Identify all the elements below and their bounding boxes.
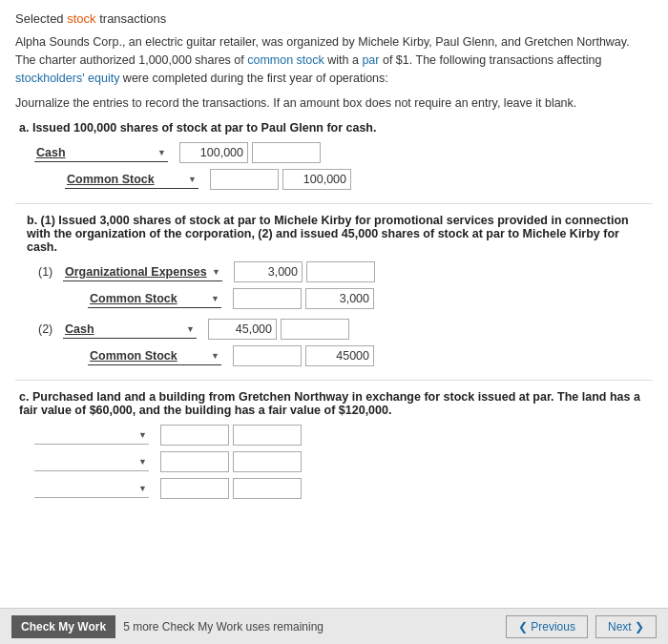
debit-input-a1[interactable]	[179, 142, 248, 163]
account-select-b2a[interactable]: Cash	[63, 321, 197, 339]
section-b-sub1: (1) Organizational Expenses ▼ Common Sto…	[27, 261, 653, 309]
account-select-c1[interactable]	[34, 426, 149, 445]
debit-input-b2a[interactable]	[208, 319, 277, 340]
account-select-a2[interactable]: Common Stock	[65, 171, 198, 189]
header-stock: stock	[67, 11, 95, 26]
remaining-text: 5 more Check My Work uses remaining	[123, 620, 324, 634]
journal-row-c1: ▼	[19, 425, 653, 446]
common-stock-link: common stock	[247, 53, 324, 67]
debit-input-b1b[interactable]	[233, 288, 302, 309]
credit-input-c2[interactable]	[233, 451, 302, 472]
par-link: par	[362, 53, 379, 67]
journal-row-b2a: (2) Cash ▼	[31, 319, 653, 340]
section-b-label: b. (1) Issued 3,000 shares of stock at p…	[27, 214, 653, 254]
debit-input-c3[interactable]	[160, 478, 229, 499]
credit-input-c1[interactable]	[233, 425, 302, 446]
nav-area: ❮ Previous Next ❯	[506, 615, 657, 638]
credit-input-b1b[interactable]	[305, 288, 374, 309]
credit-input-c3[interactable]	[233, 478, 302, 499]
debit-input-c2[interactable]	[160, 451, 229, 472]
account-select-wrapper-a1[interactable]: Cash ▼	[34, 144, 168, 162]
account-select-b1a[interactable]: Organizational Expenses	[63, 263, 222, 281]
section-b-sub2: (2) Cash ▼ Common Stock ▼	[27, 319, 653, 366]
account-select-wrapper-c2[interactable]: ▼	[34, 453, 149, 471]
section-c-label: c. Purchased land and a building from Gr…	[19, 390, 653, 417]
credit-input-b2b[interactable]	[305, 345, 374, 366]
account-select-wrapper-a2[interactable]: Common Stock ▼	[65, 171, 198, 189]
credit-input-b1a[interactable]	[306, 261, 375, 282]
section-a: a. Issued 100,000 shares of stock at par…	[15, 121, 653, 190]
credit-input-b2a[interactable]	[281, 319, 349, 340]
sub-label-2: (2)	[38, 322, 55, 336]
check-my-work-button[interactable]: Check My Work	[11, 615, 115, 638]
header-line: Selected stock transactions	[15, 11, 653, 26]
account-select-wrapper-b2b[interactable]: Common Stock ▼	[88, 347, 221, 365]
section-b: b. (1) Issued 3,000 shares of stock at p…	[15, 214, 653, 366]
journal-row-a1: Cash ▼	[19, 142, 653, 163]
credit-input-a2[interactable]	[282, 169, 351, 190]
account-select-wrapper-b1a[interactable]: Organizational Expenses ▼	[63, 263, 222, 281]
account-select-c3[interactable]	[34, 480, 149, 498]
bottom-left-area: Check My Work 5 more Check My Work uses …	[11, 615, 324, 638]
next-button[interactable]: Next ❯	[595, 615, 657, 638]
account-select-wrapper-b1b[interactable]: Common Stock ▼	[88, 290, 221, 308]
debit-input-c1[interactable]	[160, 425, 229, 446]
journal-row-a2: Common Stock ▼	[19, 169, 653, 190]
account-select-a1[interactable]: Cash	[34, 144, 168, 162]
bottom-bar: Check My Work 5 more Check My Work uses …	[0, 608, 668, 644]
journal-row-b2b: Common Stock ▼	[31, 345, 653, 366]
sub-label-1: (1)	[38, 265, 55, 279]
section-a-label: a. Issued 100,000 shares of stock at par…	[19, 121, 653, 135]
journal-row-b1b: Common Stock ▼	[31, 288, 653, 309]
intro-paragraph: Alpha Sounds Corp., an electric guitar r…	[15, 33, 653, 87]
journal-row-b1a: (1) Organizational Expenses ▼	[31, 261, 653, 282]
instruction-text: Journalize the entries to record the tra…	[15, 96, 653, 110]
section-c: c. Purchased land and a building from Gr…	[15, 390, 653, 499]
account-select-wrapper-b2a[interactable]: Cash ▼	[63, 321, 197, 339]
account-select-b1b[interactable]: Common Stock	[88, 290, 221, 308]
debit-input-a2[interactable]	[210, 169, 279, 190]
account-select-wrapper-c3[interactable]: ▼	[34, 480, 149, 498]
debit-input-b2b[interactable]	[233, 345, 302, 366]
stockholders-equity-link: stockholders' equity	[15, 72, 119, 85]
account-select-wrapper-c1[interactable]: ▼	[34, 426, 149, 445]
header-selected: Selected	[15, 11, 64, 26]
debit-input-b1a[interactable]	[234, 261, 303, 282]
account-select-b2b[interactable]: Common Stock	[88, 347, 221, 365]
previous-button[interactable]: ❮ Previous	[506, 615, 588, 638]
journal-row-c3: ▼	[19, 478, 653, 499]
credit-input-a1[interactable]	[252, 142, 321, 163]
account-select-c2[interactable]	[34, 453, 149, 471]
journal-row-c2: ▼	[19, 451, 653, 472]
header-transactions: transactions	[99, 11, 166, 26]
